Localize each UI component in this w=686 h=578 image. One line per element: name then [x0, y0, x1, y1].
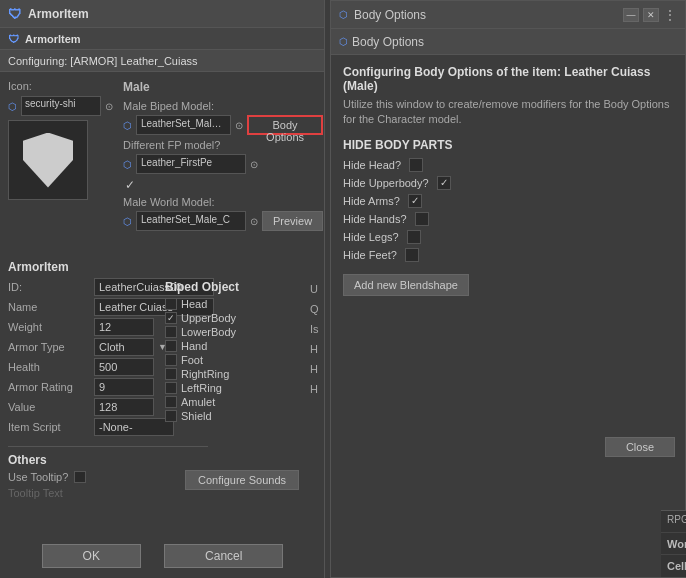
close-button[interactable]: Close	[605, 437, 675, 457]
window-controls: — ✕ ⋮	[623, 7, 677, 23]
others-title: Others	[8, 453, 208, 467]
male-section: Male Male Biped Model: ⬡ LeatherSet_Male…	[123, 80, 323, 231]
hide-hands-checkbox[interactable]	[415, 212, 429, 226]
biped-foot-row: Foot	[165, 354, 305, 366]
configuring-text: Configuring: [ARMOR] Leather_Cuiass	[8, 55, 198, 67]
minimize-button[interactable]: —	[623, 8, 639, 22]
item-script-input[interactable]	[94, 418, 174, 436]
body-options-button[interactable]: Body Options	[247, 115, 323, 135]
hide-feet-checkbox[interactable]	[405, 248, 419, 262]
hide-head-label: Hide Head?	[343, 159, 401, 171]
biped-hand-label: Hand	[181, 340, 207, 352]
biped-leftring-row: LeftRing	[165, 382, 305, 394]
biped-amulet-label: Amulet	[181, 396, 215, 408]
others-section: Others Use Tooltip? Tooltip Text	[8, 440, 208, 499]
close-x-button[interactable]: ✕	[643, 8, 659, 22]
fp-checkmark: ✓	[125, 178, 135, 192]
left-content: Icon: ⬡ security-shi ⊙ Male Male Biped M…	[0, 72, 324, 249]
hide-legs-checkbox[interactable]	[407, 230, 421, 244]
preview-button[interactable]: Preview	[262, 211, 323, 231]
divider	[8, 446, 208, 447]
col-letter-h2: H	[310, 360, 330, 378]
name-label: Name	[8, 298, 88, 316]
fp-target-icon[interactable]: ⊙	[250, 159, 258, 170]
value-input[interactable]	[94, 398, 154, 416]
armor-type-input[interactable]	[94, 338, 154, 356]
close-btn-row: Close	[605, 437, 675, 457]
body-options-window-icon: ⬡	[339, 9, 348, 20]
biped-target-icon[interactable]: ⊙	[235, 120, 243, 131]
configure-sounds-button[interactable]: Configure Sounds	[185, 470, 299, 490]
biped-hand-checkbox[interactable]	[165, 340, 177, 352]
hide-upperbody-checkbox[interactable]: ✓	[437, 176, 451, 190]
hide-legs-row: Hide Legs?	[343, 230, 673, 244]
use-tooltip-label: Use Tooltip?	[8, 471, 68, 483]
hide-arms-label: Hide Arms?	[343, 195, 400, 207]
biped-lowerbody-row: LowerBody	[165, 326, 305, 338]
biped-upperbody-checkbox[interactable]: ✓	[165, 312, 177, 324]
hide-head-row: Hide Head?	[343, 158, 673, 172]
male-section-header: Male	[123, 80, 323, 94]
biped-leftring-checkbox[interactable]	[165, 382, 177, 394]
icon-label: Icon:	[8, 80, 32, 92]
biped-amulet-checkbox[interactable]	[165, 396, 177, 408]
shield-small-icon: ⬡	[8, 101, 17, 112]
hide-arms-row: Hide Arms? ✓	[343, 194, 673, 208]
left-panel-title: ArmorItem	[28, 7, 89, 21]
biped-lowerbody-checkbox[interactable]	[165, 326, 177, 338]
hide-hands-label: Hide Hands?	[343, 213, 407, 225]
add-blendshape-button[interactable]: Add new Blendshape	[343, 274, 469, 296]
right-panel-content: Configuring Body Options of the item: Le…	[331, 55, 685, 306]
biped-model-label: Male Biped Model:	[123, 100, 323, 112]
icon-field[interactable]: security-shi	[21, 96, 101, 116]
hide-feet-row: Hide Feet?	[343, 248, 673, 262]
configuring-bar: Configuring: [ARMOR] Leather_Cuiass	[0, 50, 324, 72]
biped-foot-checkbox[interactable]	[165, 354, 177, 366]
bottom-buttons: OK Cancel	[0, 544, 325, 568]
biped-model-field[interactable]: LeatherSet_Male_C	[136, 115, 231, 135]
biped-object-section: Biped Object Head ✓ UpperBody LowerBody …	[165, 280, 305, 424]
value-label: Value	[8, 398, 88, 416]
col-letter-q: Q	[310, 300, 330, 318]
col-letter-h1: H	[310, 340, 330, 358]
col-letter-h3: H	[310, 380, 330, 398]
health-input[interactable]	[94, 358, 154, 376]
biped-rightring-label: RightRing	[181, 368, 229, 380]
weight-input[interactable]	[94, 318, 154, 336]
biped-rightring-checkbox[interactable]	[165, 368, 177, 380]
status-row-3: Cells: ID: Name:	[661, 555, 686, 577]
world-target-icon[interactable]: ⊙	[250, 216, 258, 227]
hide-arms-checkbox[interactable]: ✓	[408, 194, 422, 208]
status-row-2: Worldspace: Virrihael	[661, 533, 686, 555]
left-title-bar: 🛡 ArmorItem	[0, 0, 324, 28]
fp-model-label: Different FP model?	[123, 139, 220, 151]
armor-type-label: Armor Type	[8, 338, 88, 356]
hide-hands-row: Hide Hands?	[343, 212, 673, 226]
three-dots-menu[interactable]: ⋮	[663, 7, 677, 23]
world-model-icon: ⬡	[123, 216, 132, 227]
fp-model-field[interactable]: Leather_FirstPe	[136, 154, 246, 174]
icon-target-icon[interactable]: ⊙	[105, 101, 113, 112]
biped-head-row: Head	[165, 298, 305, 310]
cancel-button[interactable]: Cancel	[164, 544, 283, 568]
body-options-content-title: Configuring Body Options of the item: Le…	[343, 65, 673, 93]
hide-head-checkbox[interactable]	[409, 158, 423, 172]
biped-amulet-row: Amulet	[165, 396, 305, 408]
biped-foot-label: Foot	[181, 354, 203, 366]
right-panel: ⬡ Body Options — ✕ ⋮ ⬡ Body Options Conf…	[330, 0, 686, 578]
armor-rating-input[interactable]	[94, 378, 154, 396]
biped-head-checkbox[interactable]	[165, 298, 177, 310]
use-tooltip-checkbox[interactable]	[74, 471, 86, 483]
tab-icon: ⬡	[339, 36, 348, 47]
world-model-field[interactable]: LeatherSet_Male_C	[136, 211, 246, 231]
partial-right-col: U Q Is H H H	[310, 280, 330, 400]
fp-model-icon: ⬡	[123, 159, 132, 170]
biped-rightring-row: RightRing	[165, 368, 305, 380]
biped-shield-checkbox[interactable]	[165, 410, 177, 422]
right-panel-tab[interactable]: ⬡ Body Options	[331, 29, 685, 55]
ok-button[interactable]: OK	[42, 544, 141, 568]
biped-upperbody-label: UpperBody	[181, 312, 236, 324]
biped-shield-label: Shield	[181, 410, 212, 422]
hide-upperbody-row: Hide Upperbody? ✓	[343, 176, 673, 190]
biped-shield-row: Shield	[165, 410, 305, 422]
